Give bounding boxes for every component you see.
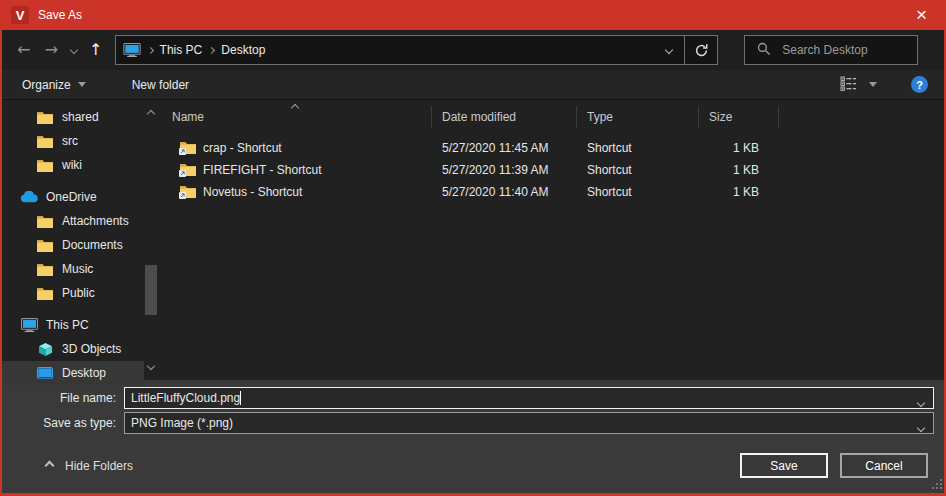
file-name: crap - Shortcut <box>203 141 282 155</box>
close-icon[interactable]: × <box>899 0 944 30</box>
column-header-type[interactable]: Type <box>577 106 699 128</box>
window-title: Save As <box>38 8 82 22</box>
table-row[interactable]: crap - Shortcut 5/27/2020 11:45 AM Short… <box>162 137 944 158</box>
scrollbar-thumb[interactable] <box>145 265 157 315</box>
sidebar-scrollbar[interactable] <box>145 100 159 380</box>
sidebar-item-documents[interactable]: Documents <box>2 233 144 257</box>
file-size: 1 KB <box>699 163 779 177</box>
file-name: Novetus - Shortcut <box>203 185 302 199</box>
sidebar-item-shared[interactable]: shared <box>2 105 144 129</box>
sidebar-item-src[interactable]: src <box>2 129 144 153</box>
file-date-modified: 5/27/2020 11:40 AM <box>432 185 577 199</box>
titlebar: V Save As × <box>2 0 944 30</box>
shortcut-folder-icon <box>180 141 196 154</box>
forward-icon[interactable]: → <box>38 42 66 58</box>
file-type: Shortcut <box>577 141 699 155</box>
save-controls: File name: LittleFluffyCloud.png Save as… <box>2 380 944 493</box>
sidebar-item-music[interactable]: Music <box>2 257 144 281</box>
table-row[interactable]: FIREFIGHT - Shortcut 5/27/2020 11:39 AM … <box>162 159 944 180</box>
scroll-up-icon[interactable] <box>148 106 154 120</box>
shortcut-folder-icon <box>180 185 196 198</box>
folder-icon <box>36 215 54 228</box>
vivaldi-icon: V <box>11 6 29 24</box>
save-as-type-label: Save as type: <box>2 416 124 430</box>
folder-icon <box>36 239 54 252</box>
navigation-sidebar: shared src wiki OneDrive Attachments Doc… <box>2 100 162 380</box>
this-pc-icon <box>123 43 141 57</box>
file-type: Shortcut <box>577 185 699 199</box>
help-icon[interactable]: ? <box>911 76 928 93</box>
details-view-icon[interactable] <box>840 76 857 94</box>
file-list: Name Date modified Type Size crap - Shor… <box>162 100 944 380</box>
file-name: FIREFIGHT - Shortcut <box>203 163 321 177</box>
new-folder-button[interactable]: New folder <box>132 78 189 92</box>
desktop-icon <box>36 367 54 380</box>
text-caret <box>240 391 241 405</box>
sidebar-item-label: src <box>62 134 78 148</box>
chevron-down-icon[interactable] <box>918 395 924 409</box>
save-as-type-value: PNG Image (*.png) <box>131 416 233 430</box>
search-placeholder: Search Desktop <box>782 43 867 57</box>
file-date-modified: 5/27/2020 11:39 AM <box>432 163 577 177</box>
cancel-button[interactable]: Cancel <box>840 453 928 478</box>
address-dropdown-icon[interactable] <box>654 36 684 64</box>
search-icon <box>757 42 771 59</box>
sidebar-item-label: wiki <box>62 158 82 172</box>
back-icon[interactable]: ← <box>10 42 38 58</box>
sidebar-item-label: Documents <box>62 238 123 252</box>
column-header-date-modified[interactable]: Date modified <box>432 106 577 128</box>
file-size: 1 KB <box>699 141 779 155</box>
onedrive-icon <box>20 191 38 203</box>
up-icon[interactable]: ↑ <box>83 42 109 58</box>
save-as-type-select[interactable]: PNG Image (*.png) <box>124 412 934 434</box>
sidebar-item-label: shared <box>62 110 99 124</box>
sort-ascending-icon <box>292 100 298 114</box>
column-header-size[interactable]: Size <box>699 106 779 128</box>
save-as-dialog: V Save As × ← → ↑ This PC Desktop <box>0 0 946 496</box>
hide-folders-button[interactable]: Hide Folders <box>46 459 133 473</box>
table-row[interactable]: Novetus - Shortcut 5/27/2020 11:40 AM Sh… <box>162 181 944 202</box>
sidebar-item-label: Desktop <box>62 366 106 380</box>
resize-grip[interactable] <box>932 478 942 492</box>
save-button[interactable]: Save <box>740 453 828 478</box>
recent-locations-chevron-icon[interactable] <box>65 47 83 53</box>
folder-icon <box>36 287 54 300</box>
command-toolbar: Organize New folder ? <box>2 70 944 100</box>
sidebar-item-onedrive[interactable]: OneDrive <box>2 185 144 209</box>
breadcrumb-chevron-icon <box>148 48 153 53</box>
sidebar-item-public[interactable]: Public <box>2 281 144 305</box>
breadcrumb-desktop[interactable]: Desktop <box>221 43 265 57</box>
sidebar-item-this-pc[interactable]: This PC <box>2 313 144 337</box>
view-dropdown-icon[interactable] <box>869 82 877 87</box>
breadcrumb-this-pc[interactable]: This PC <box>160 43 203 57</box>
refresh-icon[interactable] <box>685 36 717 64</box>
hide-folders-label: Hide Folders <box>65 459 133 473</box>
chevron-down-icon <box>78 82 86 87</box>
organize-button[interactable]: Organize <box>22 78 86 92</box>
navigation-bar: ← → ↑ This PC Desktop Search Desktop <box>2 30 944 70</box>
cube-icon <box>36 342 54 357</box>
sidebar-item-wiki[interactable]: wiki <box>2 153 144 177</box>
folder-icon <box>36 111 54 124</box>
folder-icon <box>36 159 54 172</box>
file-name-label: File name: <box>2 391 124 405</box>
sidebar-item-label: Music <box>62 262 93 276</box>
chevron-down-icon[interactable] <box>918 420 924 434</box>
sidebar-item-label: 3D Objects <box>62 342 121 356</box>
new-folder-label: New folder <box>132 78 189 92</box>
organize-label: Organize <box>22 78 71 92</box>
file-size: 1 KB <box>699 185 779 199</box>
search-input[interactable]: Search Desktop <box>744 35 918 65</box>
breadcrumb-chevron-icon <box>209 48 214 53</box>
folder-icon <box>36 263 54 276</box>
file-name-input[interactable]: LittleFluffyCloud.png <box>124 387 934 409</box>
sidebar-item-3d-objects[interactable]: 3D Objects <box>2 337 144 361</box>
sidebar-item-desktop[interactable]: Desktop <box>2 361 144 385</box>
address-bar[interactable]: This PC Desktop <box>115 35 719 65</box>
scroll-down-icon[interactable] <box>148 358 154 372</box>
sidebar-item-label: Public <box>62 286 95 300</box>
file-name-value: LittleFluffyCloud.png <box>131 391 240 405</box>
main-area: shared src wiki OneDrive Attachments Doc… <box>2 100 944 380</box>
sidebar-item-attachments[interactable]: Attachments <box>2 209 144 233</box>
file-type: Shortcut <box>577 163 699 177</box>
